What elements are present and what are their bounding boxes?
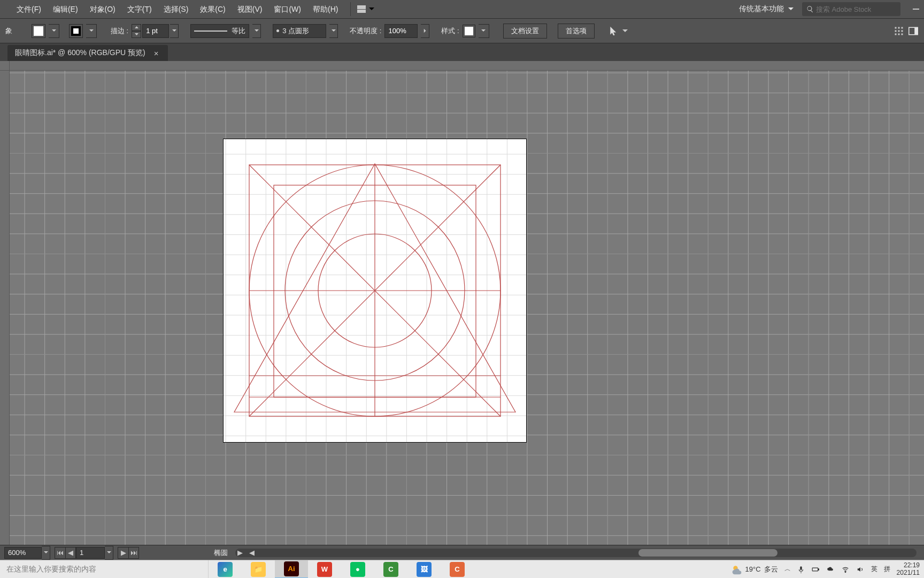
menu-file[interactable]: 文件(F): [11, 0, 47, 18]
svg-rect-10: [914, 27, 918, 35]
next-artboard-button[interactable]: ▶: [118, 547, 128, 559]
brush-definition[interactable]: 3 点圆形: [273, 24, 326, 38]
clock[interactable]: 22:19 2021/11: [897, 562, 920, 576]
ime-lang[interactable]: 英: [871, 565, 877, 574]
brush-dd[interactable]: [329, 24, 338, 38]
fill-dropdown[interactable]: [49, 24, 59, 38]
opacity-field[interactable]: 100%: [384, 24, 418, 38]
close-tab-button[interactable]: ×: [152, 49, 161, 58]
taskbar-edge[interactable]: e: [209, 560, 242, 579]
document-setup-button[interactable]: 文档设置: [503, 24, 547, 39]
volume-icon[interactable]: [856, 566, 865, 573]
windows-search[interactable]: 在这里输入你要搜索的内容: [0, 560, 209, 579]
prev-artboard-button[interactable]: ◀: [65, 547, 76, 559]
panel-toggle-icon[interactable]: [908, 26, 919, 36]
stroke-weight-stepper[interactable]: [132, 24, 141, 38]
artboard-number-field[interactable]: 1: [76, 547, 105, 559]
svg-point-27: [845, 571, 846, 572]
fill-swatch[interactable]: [32, 24, 45, 38]
selection-tool-icon[interactable]: [609, 26, 619, 36]
artboard[interactable]: [224, 139, 526, 442]
stock-search-input[interactable]: [816, 5, 896, 13]
zoom-field[interactable]: 600%: [4, 547, 42, 559]
menu-effect[interactable]: 效果(C): [194, 0, 231, 18]
svg-rect-8: [902, 33, 903, 35]
stroke-weight-field[interactable]: 1 pt: [142, 24, 169, 38]
weather-widget[interactable]: 19°C 多云: [732, 564, 778, 575]
chevron-down-icon: [369, 7, 374, 11]
menu-view[interactable]: 视图(V): [232, 0, 268, 18]
last-artboard-button[interactable]: ⏭: [128, 547, 139, 559]
adobe-stock-search[interactable]: [802, 2, 900, 16]
preferences-button[interactable]: 首选项: [558, 24, 595, 39]
taskbar-explorer[interactable]: 📁: [242, 560, 275, 579]
workspace-label: 传统基本功能: [739, 4, 784, 14]
taskbar-photos[interactable]: 🖼: [407, 560, 441, 579]
artboard-nav: ⏮ ◀: [55, 547, 76, 559]
taskbar-wechat[interactable]: ●: [341, 560, 374, 579]
menu-window[interactable]: 窗口(W): [268, 0, 307, 18]
taskbar-apps: e 📁 Ai W ● C 🖼 C: [209, 560, 474, 579]
workspace-switcher[interactable]: 传统基本功能: [739, 4, 794, 14]
first-artboard-button[interactable]: ⏮: [55, 547, 65, 559]
svg-rect-25: [812, 568, 818, 571]
taskbar-wps[interactable]: W: [308, 560, 341, 579]
arrange-documents[interactable]: [357, 5, 374, 13]
taskbar-illustrator[interactable]: Ai: [275, 560, 308, 579]
svg-rect-5: [902, 30, 903, 32]
minimize-button[interactable]: [910, 9, 922, 10]
step-up-icon[interactable]: [132, 24, 141, 31]
brush-preview-icon: [276, 29, 279, 32]
weather-temp: 19°C: [745, 565, 761, 573]
grid-view-icon[interactable]: [894, 26, 904, 36]
artboard-dd[interactable]: [105, 546, 113, 560]
ruler-horizontal[interactable]: [10, 61, 924, 71]
step-down-icon[interactable]: [132, 31, 141, 38]
canvas[interactable]: [10, 71, 924, 545]
stroke-dropdown[interactable]: [86, 24, 97, 38]
ruler-origin[interactable]: [0, 61, 10, 71]
menu-help[interactable]: 帮助(H): [307, 0, 344, 18]
profile-label: 等比: [232, 26, 245, 36]
menu-object[interactable]: 对象(O): [84, 0, 121, 18]
onedrive-icon[interactable]: [826, 566, 835, 573]
profile-dd[interactable]: [252, 24, 261, 38]
control-bar: 象 描边 : 1 pt 等比 3 点圆形 不透明度 : 100% 样式 : 文档…: [0, 18, 924, 43]
taskbar-camtasia[interactable]: C: [374, 560, 407, 579]
menu-type[interactable]: 文字(T): [121, 0, 158, 18]
wechat-icon: ●: [350, 562, 365, 577]
menubar: 文件(F) 编辑(E) 对象(O) 文字(T) 选择(S) 效果(C) 视图(V…: [0, 0, 924, 18]
scroll-left-icon[interactable]: ▶: [235, 549, 245, 557]
brush-label: 3 点圆形: [282, 26, 309, 36]
svg-rect-6: [895, 33, 897, 35]
fill-color: [34, 26, 43, 36]
svg-rect-26: [818, 568, 819, 569]
style-dd[interactable]: [479, 24, 489, 38]
illustrator-icon: Ai: [284, 561, 299, 576]
ime-mode[interactable]: 拼: [884, 565, 890, 574]
separator: [350, 2, 351, 16]
scrollbar-thumb[interactable]: [638, 549, 777, 557]
microphone-icon[interactable]: [797, 566, 805, 573]
document-tab[interactable]: 眼睛图标.ai* @ 600% (RGB/GPU 预览) ×: [7, 45, 168, 61]
search-icon: [806, 5, 814, 13]
opacity-dd[interactable]: [421, 24, 429, 38]
chevron-down-icon[interactable]: [622, 29, 628, 33]
chevron-down-icon: [788, 7, 794, 11]
menu-edit[interactable]: 编辑(E): [47, 0, 84, 18]
variable-width-profile[interactable]: 等比: [190, 24, 249, 38]
wifi-icon[interactable]: [841, 566, 850, 573]
folder-icon: 📁: [251, 562, 266, 577]
horizontal-scrollbar[interactable]: ▶ ◀: [235, 549, 917, 557]
menu-select[interactable]: 选择(S): [158, 0, 195, 18]
ruler-vertical[interactable]: [0, 71, 10, 545]
battery-icon[interactable]: [811, 566, 820, 573]
stroke-weight-dd[interactable]: [170, 24, 179, 38]
work-area: [0, 61, 924, 545]
stroke-swatch[interactable]: [69, 24, 83, 38]
zoom-dd[interactable]: [42, 546, 50, 560]
artwork: [224, 139, 526, 442]
graphic-style-swatch[interactable]: [463, 25, 475, 37]
tray-chevron-icon[interactable]: ︿: [784, 565, 791, 574]
taskbar-app[interactable]: C: [441, 560, 474, 579]
